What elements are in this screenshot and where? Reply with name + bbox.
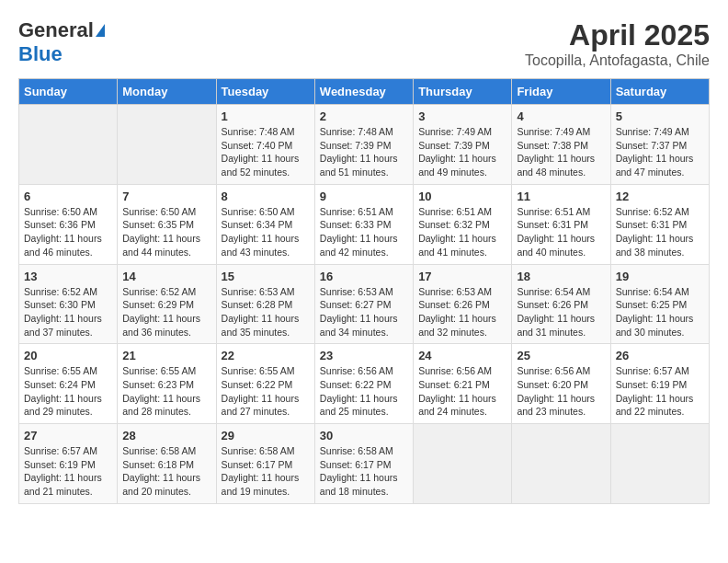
day-number: 27 xyxy=(24,429,112,442)
calendar-cell: 25Sunrise: 6:56 AM Sunset: 6:20 PM Dayli… xyxy=(512,344,610,424)
day-info: Sunrise: 6:57 AM Sunset: 6:19 PM Dayligh… xyxy=(616,364,704,419)
day-number: 3 xyxy=(418,109,506,123)
day-number: 21 xyxy=(122,349,210,362)
calendar-cell: 20Sunrise: 6:55 AM Sunset: 6:24 PM Dayli… xyxy=(19,344,118,424)
calendar-cell: 23Sunrise: 6:56 AM Sunset: 6:22 PM Dayli… xyxy=(314,344,413,424)
day-info: Sunrise: 6:56 AM Sunset: 6:21 PM Dayligh… xyxy=(418,364,506,419)
day-info: Sunrise: 6:56 AM Sunset: 6:22 PM Dayligh… xyxy=(320,364,408,419)
day-number: 7 xyxy=(122,190,210,203)
day-number: 23 xyxy=(320,349,408,362)
header-sunday: Sunday xyxy=(19,79,118,105)
day-info: Sunrise: 7:48 AM Sunset: 7:39 PM Dayligh… xyxy=(320,125,408,179)
day-info: Sunrise: 6:55 AM Sunset: 6:24 PM Dayligh… xyxy=(24,364,112,419)
day-number: 24 xyxy=(418,349,506,362)
day-number: 18 xyxy=(517,270,605,283)
day-info: Sunrise: 6:52 AM Sunset: 6:31 PM Dayligh… xyxy=(616,205,704,259)
location-title: Tocopilla, Antofagasta, Chile xyxy=(525,52,710,69)
day-number: 15 xyxy=(222,270,310,283)
day-info: Sunrise: 7:49 AM Sunset: 7:38 PM Dayligh… xyxy=(517,125,605,179)
calendar-cell: 7Sunrise: 6:50 AM Sunset: 6:35 PM Daylig… xyxy=(118,184,216,264)
calendar-cell: 13Sunrise: 6:52 AM Sunset: 6:30 PM Dayli… xyxy=(19,264,118,344)
calendar-cell: 4Sunrise: 7:49 AM Sunset: 7:38 PM Daylig… xyxy=(512,105,610,185)
day-info: Sunrise: 6:53 AM Sunset: 6:27 PM Dayligh… xyxy=(320,285,408,339)
calendar-cell: 16Sunrise: 6:53 AM Sunset: 6:27 PM Dayli… xyxy=(314,264,413,344)
day-number: 5 xyxy=(616,109,704,123)
calendar-cell: 29Sunrise: 6:58 AM Sunset: 6:17 PM Dayli… xyxy=(216,424,314,504)
day-number: 26 xyxy=(616,349,704,362)
day-number: 22 xyxy=(222,349,310,362)
day-number: 25 xyxy=(517,349,605,362)
day-number: 29 xyxy=(222,429,310,442)
day-number: 2 xyxy=(320,109,408,123)
page-header: General Blue April 2025 Tocopilla, Antof… xyxy=(18,18,710,69)
day-number: 4 xyxy=(517,109,605,123)
day-number: 16 xyxy=(320,270,408,283)
calendar-cell: 3Sunrise: 7:49 AM Sunset: 7:39 PM Daylig… xyxy=(414,105,512,185)
calendar-cell: 10Sunrise: 6:51 AM Sunset: 6:32 PM Dayli… xyxy=(414,184,512,264)
header-saturday: Saturday xyxy=(610,79,709,105)
day-info: Sunrise: 6:52 AM Sunset: 6:30 PM Dayligh… xyxy=(24,285,112,339)
day-info: Sunrise: 6:50 AM Sunset: 6:35 PM Dayligh… xyxy=(122,205,210,259)
logo-blue-text: Blue xyxy=(18,42,63,66)
calendar-cell: 1Sunrise: 7:48 AM Sunset: 7:40 PM Daylig… xyxy=(216,105,314,185)
calendar-cell: 8Sunrise: 6:50 AM Sunset: 6:34 PM Daylig… xyxy=(216,184,314,264)
calendar-cell xyxy=(414,424,512,504)
logo-triangle-icon xyxy=(96,24,105,37)
calendar-cell xyxy=(118,105,216,185)
day-info: Sunrise: 6:55 AM Sunset: 6:22 PM Dayligh… xyxy=(222,364,310,419)
header-friday: Friday xyxy=(512,79,610,105)
header-monday: Monday xyxy=(118,79,216,105)
day-info: Sunrise: 6:51 AM Sunset: 6:33 PM Dayligh… xyxy=(320,205,408,259)
header-wednesday: Wednesday xyxy=(314,79,413,105)
day-info: Sunrise: 6:58 AM Sunset: 6:18 PM Dayligh… xyxy=(122,444,210,499)
day-number: 11 xyxy=(517,190,605,203)
day-info: Sunrise: 6:58 AM Sunset: 6:17 PM Dayligh… xyxy=(320,444,408,499)
day-info: Sunrise: 6:53 AM Sunset: 6:26 PM Dayligh… xyxy=(418,285,506,339)
calendar-cell: 18Sunrise: 6:54 AM Sunset: 6:26 PM Dayli… xyxy=(512,264,610,344)
day-number: 12 xyxy=(616,190,704,203)
header-tuesday: Tuesday xyxy=(216,79,314,105)
day-info: Sunrise: 6:58 AM Sunset: 6:17 PM Dayligh… xyxy=(222,444,310,499)
day-info: Sunrise: 7:49 AM Sunset: 7:39 PM Dayligh… xyxy=(418,125,506,179)
calendar-cell: 24Sunrise: 6:56 AM Sunset: 6:21 PM Dayli… xyxy=(414,344,512,424)
calendar-cell xyxy=(610,424,709,504)
calendar-cell: 9Sunrise: 6:51 AM Sunset: 6:33 PM Daylig… xyxy=(314,184,413,264)
day-info: Sunrise: 6:56 AM Sunset: 6:20 PM Dayligh… xyxy=(517,364,605,419)
calendar-week-1: 1Sunrise: 7:48 AM Sunset: 7:40 PM Daylig… xyxy=(19,105,710,185)
header-thursday: Thursday xyxy=(414,79,512,105)
day-info: Sunrise: 6:52 AM Sunset: 6:29 PM Dayligh… xyxy=(122,285,210,339)
day-number: 28 xyxy=(122,429,210,442)
day-info: Sunrise: 6:53 AM Sunset: 6:28 PM Dayligh… xyxy=(222,285,310,339)
calendar-cell: 2Sunrise: 7:48 AM Sunset: 7:39 PM Daylig… xyxy=(314,105,413,185)
day-info: Sunrise: 6:51 AM Sunset: 6:31 PM Dayligh… xyxy=(517,205,605,259)
logo-general-text: General xyxy=(18,18,94,42)
day-number: 30 xyxy=(320,429,408,442)
day-number: 19 xyxy=(616,270,704,283)
day-info: Sunrise: 6:55 AM Sunset: 6:23 PM Dayligh… xyxy=(122,364,210,419)
calendar-cell: 17Sunrise: 6:53 AM Sunset: 6:26 PM Dayli… xyxy=(414,264,512,344)
day-number: 9 xyxy=(320,190,408,203)
day-info: Sunrise: 7:48 AM Sunset: 7:40 PM Dayligh… xyxy=(222,125,310,179)
calendar-cell: 26Sunrise: 6:57 AM Sunset: 6:19 PM Dayli… xyxy=(610,344,709,424)
calendar-week-4: 20Sunrise: 6:55 AM Sunset: 6:24 PM Dayli… xyxy=(19,344,710,424)
day-number: 17 xyxy=(418,270,506,283)
day-number: 8 xyxy=(222,190,310,203)
calendar-cell: 14Sunrise: 6:52 AM Sunset: 6:29 PM Dayli… xyxy=(118,264,216,344)
day-info: Sunrise: 6:51 AM Sunset: 6:32 PM Dayligh… xyxy=(418,205,506,259)
calendar-cell xyxy=(19,105,118,185)
calendar-header-row: SundayMondayTuesdayWednesdayThursdayFrid… xyxy=(19,79,710,105)
day-info: Sunrise: 6:50 AM Sunset: 6:34 PM Dayligh… xyxy=(222,205,310,259)
day-number: 13 xyxy=(24,270,112,283)
calendar-cell: 30Sunrise: 6:58 AM Sunset: 6:17 PM Dayli… xyxy=(314,424,413,504)
month-title: April 2025 xyxy=(525,18,710,52)
calendar-week-2: 6Sunrise: 6:50 AM Sunset: 6:36 PM Daylig… xyxy=(19,184,710,264)
day-number: 6 xyxy=(24,190,112,203)
day-number: 1 xyxy=(222,109,310,123)
title-area: April 2025 Tocopilla, Antofagasta, Chile xyxy=(525,18,710,69)
day-info: Sunrise: 6:54 AM Sunset: 6:26 PM Dayligh… xyxy=(517,285,605,339)
calendar-cell: 28Sunrise: 6:58 AM Sunset: 6:18 PM Dayli… xyxy=(118,424,216,504)
day-number: 14 xyxy=(122,270,210,283)
calendar-cell: 22Sunrise: 6:55 AM Sunset: 6:22 PM Dayli… xyxy=(216,344,314,424)
calendar-cell: 19Sunrise: 6:54 AM Sunset: 6:25 PM Dayli… xyxy=(610,264,709,344)
calendar-cell xyxy=(512,424,610,504)
